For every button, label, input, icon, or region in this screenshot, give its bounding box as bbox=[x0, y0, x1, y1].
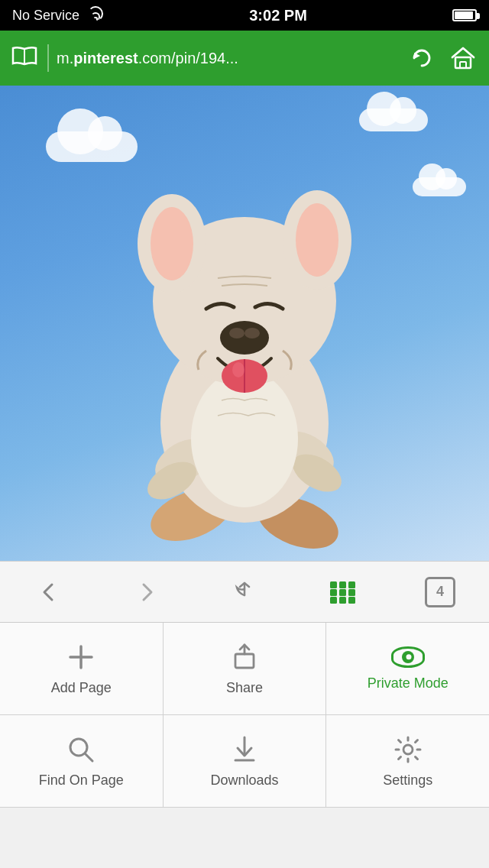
status-time: 3:02 PM bbox=[249, 7, 307, 24]
settings-label: Settings bbox=[383, 772, 432, 789]
toolbar-divider bbox=[47, 44, 49, 72]
status-right bbox=[452, 9, 477, 21]
reload-button[interactable] bbox=[405, 41, 439, 75]
private-mode-button[interactable]: Private Mode bbox=[326, 623, 489, 714]
svg-rect-29 bbox=[348, 589, 355, 596]
svg-rect-31 bbox=[339, 597, 346, 604]
action-row-2: Find On Page Downloads Settings bbox=[0, 715, 489, 808]
svg-rect-32 bbox=[348, 597, 355, 604]
forward-button[interactable] bbox=[116, 569, 177, 615]
svg-point-40 bbox=[403, 745, 413, 754]
svg-rect-35 bbox=[235, 654, 254, 668]
share-icon bbox=[229, 642, 260, 672]
url-bar[interactable]: m.pinterest.com/pin/194... bbox=[57, 50, 397, 67]
web-content bbox=[0, 86, 489, 561]
back-button[interactable] bbox=[18, 569, 79, 615]
tab-count-number: 4 bbox=[436, 584, 444, 600]
find-on-page-button[interactable]: Find On Page bbox=[0, 715, 164, 807]
tab-count-badge: 4 bbox=[425, 577, 455, 607]
svg-point-14 bbox=[151, 207, 193, 280]
home-button[interactable] bbox=[446, 41, 480, 75]
downloads-label: Downloads bbox=[210, 772, 278, 789]
svg-rect-25 bbox=[339, 581, 346, 588]
svg-rect-27 bbox=[330, 589, 337, 596]
svg-point-23 bbox=[232, 362, 244, 377]
status-bar: No Service 3:02 PM bbox=[0, 0, 489, 31]
downloads-button[interactable]: Downloads bbox=[164, 715, 327, 807]
dog-image bbox=[84, 133, 405, 561]
tab-count-button[interactable]: 4 bbox=[410, 569, 471, 615]
svg-point-19 bbox=[244, 328, 260, 338]
add-page-icon bbox=[66, 642, 96, 672]
tabs-button[interactable] bbox=[312, 569, 373, 615]
add-page-button[interactable]: Add Page bbox=[0, 623, 164, 714]
svg-point-16 bbox=[296, 203, 338, 277]
share-nav-button[interactable] bbox=[214, 569, 275, 615]
battery-icon bbox=[452, 9, 477, 21]
share-button[interactable]: Share bbox=[164, 623, 327, 714]
svg-rect-28 bbox=[339, 589, 346, 596]
share-label: Share bbox=[226, 680, 263, 696]
carrier-label: No Service bbox=[12, 8, 79, 24]
add-page-label: Add Page bbox=[51, 680, 112, 696]
svg-rect-30 bbox=[330, 597, 337, 604]
url-prefix: m. bbox=[57, 50, 73, 66]
cloud-2 bbox=[359, 108, 428, 131]
svg-rect-26 bbox=[348, 581, 355, 588]
bottom-nav-bar: 4 bbox=[0, 561, 489, 622]
svg-marker-1 bbox=[414, 53, 420, 59]
action-row-1: Add Page Share Private Mode bbox=[0, 623, 489, 715]
url-domain: pinterest bbox=[73, 50, 138, 66]
action-grid: Add Page Share Private Mode bbox=[0, 622, 489, 808]
dog-scene bbox=[0, 86, 489, 561]
find-icon bbox=[66, 734, 96, 765]
private-mode-icon bbox=[391, 646, 425, 668]
svg-line-37 bbox=[85, 753, 92, 761]
settings-icon bbox=[393, 734, 423, 765]
bookmarks-icon[interactable] bbox=[9, 45, 40, 72]
wifi-icon bbox=[87, 9, 104, 21]
settings-button[interactable]: Settings bbox=[326, 715, 489, 807]
browser-toolbar: m.pinterest.com/pin/194... bbox=[0, 31, 489, 86]
svg-point-18 bbox=[229, 328, 244, 338]
downloads-icon bbox=[229, 734, 260, 765]
url-suffix: .com/pin/194... bbox=[138, 50, 238, 66]
find-on-page-label: Find On Page bbox=[39, 772, 124, 789]
private-mode-label: Private Mode bbox=[368, 675, 449, 691]
svg-rect-24 bbox=[330, 581, 337, 588]
cloud-3 bbox=[413, 177, 466, 196]
status-left: No Service bbox=[12, 8, 104, 24]
